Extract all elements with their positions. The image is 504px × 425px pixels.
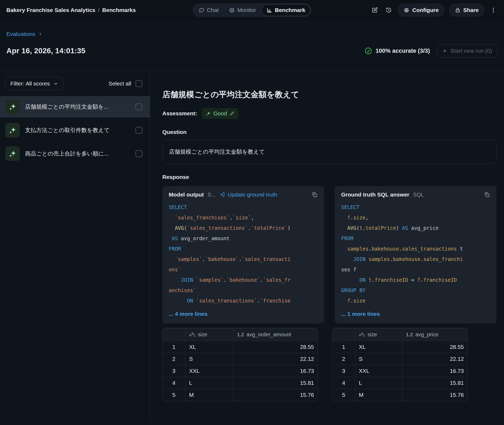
model-output-results-table: ABCsize1.2avg_order_amount1XL28.552S22.1… — [162, 328, 318, 401]
model-output-language: S... — [208, 192, 216, 198]
start-new-run-button[interactable]: Start new run (0) — [437, 44, 498, 58]
table-row: 5M15.76 — [163, 389, 318, 401]
history-clock-icon — [385, 7, 392, 14]
value-cell: 28.55 — [402, 341, 468, 353]
sql-code-line: ses f — [341, 264, 490, 275]
share-button[interactable]: Share — [449, 4, 484, 17]
gear-icon — [403, 7, 410, 13]
column-header-avg_order_amount: 1.2avg_order_amount — [233, 328, 318, 341]
benchmark-question-item[interactable]: 店舗規模ごとの平均注文金額を... — [0, 96, 150, 117]
ground-truth-more-lines-link[interactable]: ... 1 more lines — [341, 311, 490, 317]
play-icon — [443, 48, 447, 53]
value-cell: 22.12 — [233, 353, 318, 365]
lock-icon — [455, 7, 461, 13]
ground-truth-panel: Ground truth SQL answer SQL SELECT f.siz… — [335, 186, 497, 324]
row-index-cell: 1 — [332, 341, 355, 353]
value-cell: 15.81 — [402, 377, 468, 389]
check-circle-icon — [364, 47, 372, 55]
update-ground-truth-link[interactable]: Update ground truth — [219, 191, 277, 198]
copy-icon — [311, 191, 318, 198]
table-header-row: ABCsize1.2avg_order_amount — [163, 328, 318, 341]
evaluations-back-link[interactable]: Evaluations — [6, 31, 42, 37]
size-cell: S — [355, 353, 402, 365]
row-index-header — [163, 328, 185, 341]
row-index-cell: 1 — [163, 341, 185, 353]
copy-model-sql-button[interactable] — [311, 191, 318, 198]
question-item-label: 支払方法ごとの取引件数を教えて — [25, 126, 135, 134]
accuracy-status: 100% accurate (3/3) — [364, 47, 430, 55]
size-cell: M — [355, 389, 402, 401]
pencil-square-icon — [371, 7, 378, 14]
sql-code-line: AVG(`sales_transactions`.`totalPrice`) — [169, 223, 318, 233]
column-header-size: ABCsize — [185, 328, 233, 341]
sparkle-icon — [5, 146, 20, 161]
benchmark-sidebar: Filter: All scores Select all 店舗規模ごとの平均注… — [0, 71, 150, 424]
edit-pencil-icon[interactable] — [230, 111, 234, 116]
tab-benchmark[interactable]: Benchmark — [261, 4, 310, 16]
breadcrumb-project-link[interactable]: Bakery Franchise Sales Analytics — [6, 7, 95, 13]
assessment-badge[interactable]: Good — [202, 108, 238, 119]
table-row: 5M15.76 — [332, 389, 468, 401]
sql-code-line: JOIN samples.bakehouse.sales_franchi — [341, 254, 490, 264]
size-cell: XXL — [355, 365, 402, 377]
tab-chat[interactable]: Chat — [194, 5, 224, 16]
row-index-cell: 5 — [163, 389, 185, 401]
history-button[interactable] — [384, 6, 393, 15]
overflow-menu-button[interactable] — [489, 6, 498, 14]
sql-code-line: anchises` — [169, 285, 318, 296]
tab-monitor[interactable]: Monitor — [224, 5, 261, 16]
benchmark-question-list: 店舗規模ごとの平均注文金額を...支払方法ごとの取引件数を教えて商品ごとの売上合… — [0, 96, 150, 164]
question-item-checkbox[interactable] — [135, 127, 142, 134]
sql-code-line: ON t.franchiseID = f.franchiseID — [341, 275, 490, 285]
edit-draft-button[interactable] — [370, 6, 379, 15]
string-type-icon: ABC — [359, 332, 365, 338]
tab-chat-label: Chat — [207, 7, 219, 13]
question-item-label: 店舗規模ごとの平均注文金額を... — [25, 103, 135, 111]
benchmark-question-item[interactable]: 支払方法ごとの取引件数を教えて — [0, 120, 150, 141]
chevron-down-icon — [53, 81, 58, 86]
ground-truth-title: Ground truth SQL answer — [341, 191, 409, 198]
kebab-menu-icon — [490, 7, 497, 13]
model-output-more-lines-link[interactable]: ... 4 more lines — [169, 311, 318, 317]
copy-ground-truth-sql-button[interactable] — [484, 191, 490, 198]
model-output-sql-code: SELECT `sales_franchises`.`size`, AVG(`s… — [169, 202, 318, 306]
breadcrumb-current-page: Benchmarks — [102, 7, 136, 13]
chat-bubble-icon — [199, 7, 205, 13]
configure-button[interactable]: Configure — [398, 4, 444, 17]
sql-code-line: `sales_franchises`.`size`, — [169, 213, 318, 223]
sql-code-line: FROM — [341, 233, 490, 244]
accuracy-text: 100% accurate (3/3) — [375, 47, 430, 54]
table-row: 3XXL16.73 — [163, 365, 318, 377]
configure-label: Configure — [412, 7, 439, 13]
size-cell: S — [185, 353, 233, 365]
size-cell: XL — [185, 341, 233, 353]
score-filter-dropdown[interactable]: Filter: All scores — [5, 77, 63, 90]
ground-truth-results-table: ABCsize1.2avg_price1XL28.552S22.123XXL16… — [332, 328, 468, 401]
question-section-label: Question — [162, 129, 497, 135]
benchmark-detail: 店舗規模ごとの平均注文金額を教えて Assessment: Good Qu — [150, 71, 504, 424]
number-type-icon: 1.2 — [237, 332, 244, 338]
size-cell: L — [185, 377, 233, 389]
model-output-panel: Model output S... Update ground truth — [162, 186, 324, 324]
table-row: 2S22.12 — [163, 353, 318, 365]
row-index-cell: 2 — [332, 353, 355, 365]
row-index-cell: 4 — [332, 377, 355, 389]
size-cell: M — [185, 389, 233, 401]
table-row: 4L15.81 — [163, 377, 318, 389]
table-row: 2S22.12 — [332, 353, 468, 365]
row-index-header — [332, 328, 355, 341]
benchmark-question-item[interactable]: 商品ごとの売上合計を多い順に... — [0, 143, 150, 164]
question-item-checkbox[interactable] — [135, 150, 142, 157]
sql-code-line: f.size, — [341, 213, 490, 223]
number-type-icon: 1.2 — [406, 332, 413, 338]
select-all-label: Select all — [109, 80, 131, 87]
row-index-cell: 3 — [332, 365, 355, 377]
column-header-avg_price: 1.2avg_price — [402, 328, 468, 341]
sql-code-line: samples.bakehouse.sales_transactions t — [341, 244, 490, 254]
sql-code-line: ons` — [169, 264, 318, 275]
question-item-checkbox[interactable] — [135, 103, 142, 110]
copy-icon — [484, 191, 490, 198]
value-cell: 15.81 — [233, 377, 318, 389]
sparkle-icon — [206, 111, 211, 116]
select-all-checkbox[interactable] — [135, 80, 142, 87]
